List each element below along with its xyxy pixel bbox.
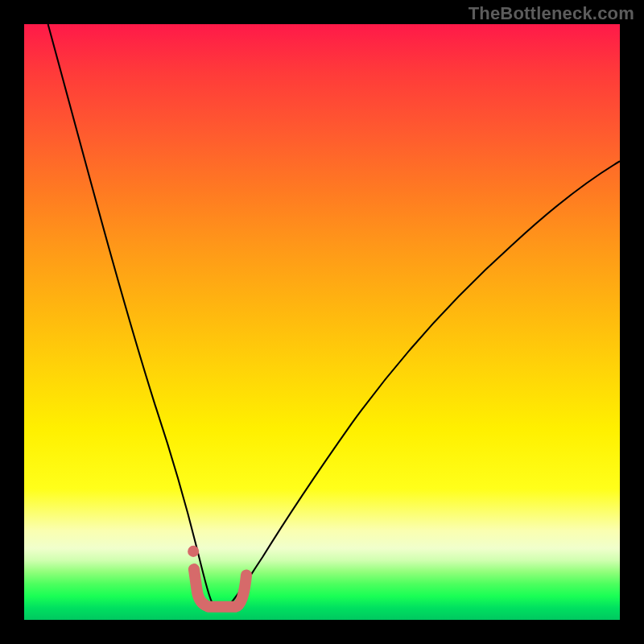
- highlight-bracket: [194, 569, 246, 607]
- watermark-text: TheBottleneck.com: [469, 3, 634, 24]
- plot-area: [24, 24, 620, 620]
- chart-frame: TheBottleneck.com: [0, 0, 644, 644]
- curve-layer: [24, 24, 620, 620]
- bottleneck-curve: [48, 24, 620, 608]
- highlight-dot: [188, 546, 199, 557]
